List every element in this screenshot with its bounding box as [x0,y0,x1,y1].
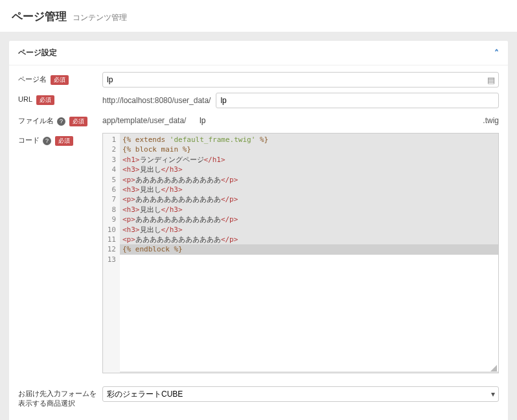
required-badge: 必須 [69,117,87,126]
required-badge: 必須 [36,95,54,105]
code-editor[interactable]: 12345678910111213 {% extends 'default_fr… [102,133,499,373]
url-input[interactable] [216,93,499,108]
page-title: ページ管理 [12,10,67,23]
url-prefix: http://localhost:8080/user_data/ [102,93,216,108]
page-settings-header[interactable]: ページ設定 ˄ [9,41,508,65]
label-url: URL 必須 [18,93,102,105]
required-badge: 必須 [51,75,69,85]
file-prefix: app/template/user_data/ [102,113,200,128]
code-gutter: 12345678910111213 [103,134,120,373]
page-name-input[interactable] [102,72,499,88]
chevron-up-icon: ˄ [494,48,499,58]
code-content[interactable]: {% extends 'default_frame.twig' %}{% blo… [120,134,498,373]
help-icon[interactable]: ? [57,117,65,126]
page-settings-card: ページ設定 ˄ ページ名 必須 ▤ URL 必須 [9,41,508,420]
required-badge: 必須 [55,136,73,146]
form-icon: ▤ [487,75,495,85]
page-settings-title: ページ設定 [18,47,57,58]
label-page-name: ページ名 必須 [18,72,102,85]
page-header: ページ管理 コンテンツ管理 [0,0,517,32]
label-file-name: ファイル名 ? 必須 [18,113,102,126]
label-product-select: お届け先入力フォームを表示する商品選択 [18,386,102,409]
help-icon[interactable]: ? [43,137,51,145]
label-code: コード ? 必須 [18,133,102,146]
product-select[interactable]: 彩のジェラートCUBE [102,386,499,402]
resize-handle[interactable] [490,365,497,371]
file-name-value: lp [200,116,473,125]
file-suffix: .twig [473,116,499,125]
page-subtitle: コンテンツ管理 [73,13,127,22]
